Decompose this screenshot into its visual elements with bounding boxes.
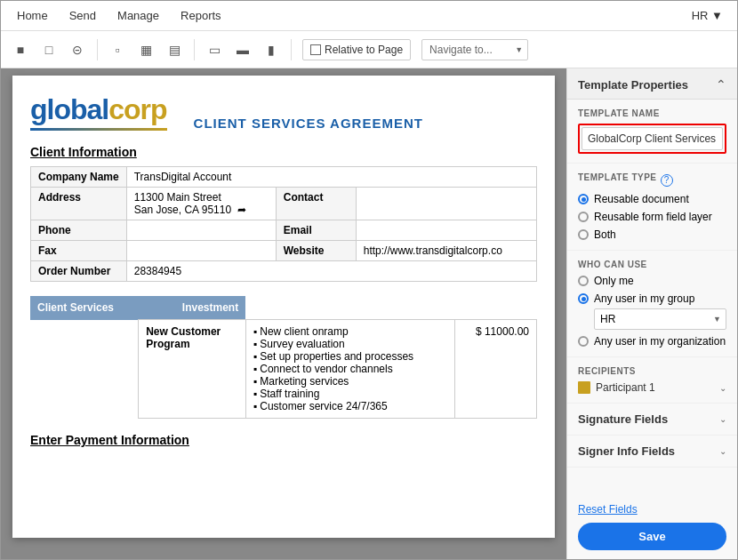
radio-label-any-group: Any user in my group — [594, 292, 694, 305]
table-cell-label: Address — [31, 188, 127, 220]
signature-fields-section[interactable]: Signature Fields ⌄ — [567, 404, 737, 436]
right-panel: Template Properties ⌃ TEMPLATE NAME TEMP… — [566, 68, 737, 559]
radio-dot-empty — [578, 212, 589, 222]
table-cell-value: 28384945 — [126, 261, 536, 282]
who-can-use-label: WHO CAN USE — [578, 260, 726, 269]
table-cell-label: Company Name — [31, 167, 127, 188]
recipient-badge — [578, 381, 590, 394]
table-cell-value — [126, 241, 276, 261]
signature-fields-label: Signature Fields — [578, 412, 668, 426]
recipient-name: Participant 1 — [596, 381, 719, 394]
reset-fields-link[interactable]: Reset Fields — [578, 503, 726, 516]
recipient-chevron-icon[interactable]: ⌄ — [719, 383, 726, 393]
table-cell-label: Email — [276, 220, 356, 241]
logo-corp: corp — [108, 93, 166, 125]
table-cell-label: Phone — [31, 220, 127, 241]
save-button[interactable]: Save — [578, 523, 726, 550]
menu-bar-left: Home Send Manage Reports — [8, 4, 230, 28]
toolbar-icon-7[interactable]: ▭ — [202, 37, 227, 62]
table-cell-label: Fax — [31, 241, 127, 261]
toolbar-icon-9[interactable]: ▮ — [259, 37, 284, 62]
relative-page-checkbox-icon — [310, 44, 321, 55]
menu-bar: Home Send Manage Reports HR ▼ — [1, 1, 737, 31]
radio-label: Reusable document — [594, 193, 689, 205]
template-name-input-outline — [578, 124, 726, 154]
toolbar-icon-3[interactable]: ⊝ — [65, 37, 90, 62]
radio-reusable-document[interactable]: Reusable document — [578, 193, 726, 205]
payment-header: Enter Payment Information — [30, 433, 537, 447]
navigate-dropdown-wrap: Navigate to... — [421, 39, 528, 60]
service-items: New client onramp Survey evaluation Set … — [245, 320, 454, 419]
template-type-label-row: TEMPLATE TYPE ? — [578, 172, 726, 188]
radio-only-me[interactable]: Only me — [578, 275, 726, 287]
table-cell-value — [356, 188, 536, 220]
radio-dot-any-group — [578, 293, 589, 304]
template-type-section: TEMPLATE TYPE ? Reusable document Reusab… — [567, 164, 737, 251]
investment-col-header: Investment — [139, 296, 245, 320]
table-cell-label: Order Number — [31, 261, 127, 282]
radio-reusable-form[interactable]: Reusable form field layer — [578, 211, 726, 223]
table-row: Order Number 28384945 — [31, 261, 537, 282]
logo-area: globalcorp — [30, 93, 167, 131]
list-item: Connect to vendor channels — [253, 363, 447, 375]
radio-any-user-group[interactable]: Any user in my group — [578, 292, 726, 305]
radio-both[interactable]: Both — [578, 228, 726, 241]
services-table-header-row: Client Services Investment — [30, 296, 537, 320]
who-can-use-org-group: Any user in my organization — [578, 335, 726, 348]
service-price: $ 11000.00 — [455, 320, 537, 419]
document-scroll[interactable]: globalcorp CLIENT SERVICES AGREEMENT Cli… — [1, 68, 566, 559]
toolbar-icon-2[interactable]: □ — [36, 37, 61, 62]
toolbar-icon-5[interactable]: ▦ — [133, 37, 158, 62]
toolbar-icon-1[interactable]: ■ — [8, 37, 33, 62]
document-area: globalcorp CLIENT SERVICES AGREEMENT Cli… — [1, 68, 566, 559]
toolbar: ■ □ ⊝ ▫ ▦ ▤ ▭ ▬ ▮ Relative to Page Navig… — [1, 31, 737, 68]
who-can-use-section: WHO CAN USE Only me Any user in my group… — [567, 251, 737, 357]
radio-any-org[interactable]: Any user in my organization — [578, 335, 726, 348]
signer-info-fields-label: Signer Info Fields — [578, 444, 675, 458]
logo-global: global — [30, 93, 108, 125]
table-row: Company Name TransDigital Account — [31, 167, 537, 188]
help-icon[interactable]: ? — [661, 174, 673, 187]
services-table: Client Services Investment New Customer … — [30, 296, 537, 419]
signer-info-fields-section[interactable]: Signer Info Fields ⌄ — [567, 436, 737, 468]
radio-dot-filled — [578, 194, 589, 204]
menu-reports[interactable]: Reports — [172, 4, 230, 28]
who-can-use-radio-group: Only me Any user in my group — [578, 275, 726, 305]
group-dropdown-wrap: HR — [594, 308, 726, 330]
toolbar-icon-6[interactable]: ▤ — [162, 37, 187, 62]
menu-home[interactable]: Home — [8, 4, 57, 28]
logo-text: globalcorp — [30, 93, 167, 126]
radio-label: Both — [594, 228, 616, 241]
navigate-dropdown[interactable]: Navigate to... — [421, 39, 528, 60]
recipients-label: RECIPIENTS — [578, 366, 726, 376]
panel-collapse-button[interactable]: ⌃ — [716, 77, 726, 92]
signature-fields-chevron-icon: ⌄ — [719, 414, 726, 424]
doc-title: CLIENT SERVICES AGREEMENT — [194, 116, 423, 131]
toolbar-icon-4[interactable]: ▫ — [105, 37, 130, 62]
relative-page-button[interactable]: Relative to Page — [302, 39, 411, 60]
group-select[interactable]: HR — [594, 308, 726, 330]
template-type-radio-group: Reusable document Reusable form field la… — [578, 193, 726, 241]
template-name-input[interactable] — [582, 127, 723, 150]
toolbar-sep-2 — [194, 39, 195, 60]
list-item: Customer service 24/7/365 — [253, 400, 447, 412]
table-row: Address 11300 Main StreetSan Jose, CA 95… — [31, 188, 537, 220]
service-name: New Customer Program — [139, 320, 245, 419]
table-cell-value — [126, 220, 276, 241]
radio-dot-empty — [578, 229, 589, 240]
doc-header: globalcorp CLIENT SERVICES AGREEMENT — [30, 93, 537, 131]
menu-manage[interactable]: Manage — [108, 4, 168, 28]
navigate-dropdown-text: Navigate to... — [429, 44, 493, 56]
table-cell-label: Contact — [276, 188, 356, 220]
table-cell-value: TransDigital Account — [126, 167, 536, 188]
recipients-section: RECIPIENTS Participant 1 ⌄ — [567, 357, 737, 404]
menu-send[interactable]: Send — [60, 4, 105, 28]
user-menu[interactable]: HR ▼ — [692, 9, 730, 22]
toolbar-icon-8[interactable]: ▬ — [230, 37, 255, 62]
document-page: globalcorp CLIENT SERVICES AGREEMENT Cli… — [12, 76, 555, 538]
signer-info-fields-chevron-icon: ⌄ — [719, 446, 726, 456]
relative-page-label: Relative to Page — [325, 44, 403, 56]
list-item: Set up properties and processes — [253, 350, 447, 363]
radio-label: Reusable form field layer — [594, 211, 712, 223]
toolbar-sep-1 — [97, 39, 98, 60]
